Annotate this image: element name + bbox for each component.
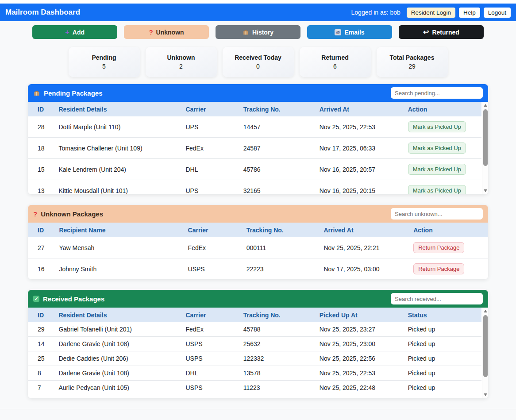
- scroll-up-arrow-icon[interactable]: [482, 102, 488, 108]
- cell-resident: Aurlie Pedycan (Unit 105): [55, 381, 182, 395]
- stat-card-returned: Returned 6: [300, 47, 371, 77]
- cell-resident: Dotti Marple (Unit 110): [55, 116, 182, 138]
- stat-label: Pending: [92, 54, 116, 61]
- received-packages-section: ✓ Received Packages ID Resident Details …: [28, 290, 488, 398]
- pending-table-viewport[interactable]: ID Resident Details Carrier Tracking No.…: [28, 102, 488, 194]
- email-icon: @: [335, 29, 341, 35]
- mark-picked-up-button[interactable]: Mark as Picked Up: [408, 185, 466, 194]
- cell-id: 25: [28, 351, 55, 366]
- pending-packages-section: Pending Packages ID Resident Details Car…: [28, 84, 488, 194]
- search-unknown-input[interactable]: [391, 208, 483, 220]
- col-id: ID: [28, 308, 55, 322]
- cell-carrier: USPS: [182, 351, 240, 366]
- stats-row: Pending 5 Unknown 2 Received Today 0 Ret…: [28, 47, 488, 77]
- logout-button[interactable]: Logout: [484, 8, 511, 18]
- mark-picked-up-button[interactable]: Mark as Picked Up: [408, 121, 466, 132]
- mark-picked-up-button[interactable]: Mark as Picked Up: [408, 143, 466, 154]
- cell-id: 18: [28, 138, 55, 159]
- unknown-table-viewport: ID Recipient Name Carrier Tracking No. A…: [28, 223, 488, 279]
- cell-id: 27: [28, 237, 55, 258]
- received-table-viewport[interactable]: ID Resident Details Carrier Tracking No.…: [28, 308, 488, 398]
- returned-button[interactable]: ↩ Returned: [399, 25, 484, 39]
- stat-card-pending: Pending 5: [69, 47, 140, 77]
- col-action: Action: [410, 223, 488, 237]
- resident-login-button[interactable]: Resident Login: [407, 8, 455, 18]
- cell-id: 16: [28, 258, 55, 280]
- stat-label: Received Today: [235, 54, 281, 61]
- return-package-button[interactable]: Return Package: [413, 242, 464, 253]
- stat-label: Total Packages: [390, 54, 435, 61]
- col-tracking: Tracking No.: [243, 223, 320, 237]
- scroll-down-arrow-icon[interactable]: [482, 392, 488, 398]
- stat-value: 29: [408, 63, 416, 70]
- unknown-table: ID Recipient Name Carrier Tracking No. A…: [28, 223, 488, 279]
- question-icon: ?: [149, 29, 153, 35]
- received-table: ID Resident Details Carrier Tracking No.…: [28, 308, 481, 395]
- col-resident: Resident Details: [55, 308, 182, 322]
- cell-arrived: Nov 25, 2025, 22:53: [316, 116, 404, 138]
- status-text: Picked up: [404, 366, 481, 381]
- scrollbar-thumb[interactable]: [483, 109, 488, 166]
- pending-section-title: Pending Packages: [33, 89, 103, 97]
- col-carrier: Carrier: [182, 102, 240, 116]
- col-action: Action: [404, 102, 481, 116]
- table-row: 14 Darlene Gravie (Unit 108) USPS 25632 …: [28, 337, 481, 351]
- cell-picked-up: Nov 25, 2025, 22:53: [316, 366, 404, 381]
- status-text: Picked up: [404, 351, 481, 366]
- pending-table-header: ID Resident Details Carrier Tracking No.…: [28, 102, 481, 116]
- status-text: Picked up: [404, 337, 481, 351]
- emails-button[interactable]: @ Emails: [307, 25, 392, 39]
- cell-id: 14: [28, 337, 55, 351]
- stat-label: Unknown: [167, 54, 195, 61]
- cell-resident: Darlene Gravie (Unit 108): [55, 366, 182, 381]
- pending-scrollbar[interactable]: [482, 102, 488, 194]
- unknown-button[interactable]: ? Unknown: [124, 25, 209, 39]
- cell-id: 15: [28, 159, 55, 180]
- scroll-up-arrow-icon[interactable]: [482, 308, 488, 314]
- received-scrollbar[interactable]: [482, 308, 488, 398]
- stat-card-total: Total Packages 29: [377, 47, 448, 77]
- add-button-label: Add: [73, 29, 85, 36]
- table-row: 7 Aurlie Pedycan (Unit 105) USPS 11223 N…: [28, 381, 481, 395]
- app-title: Mailroom Dashboard: [5, 8, 80, 17]
- scroll-down-arrow-icon[interactable]: [482, 188, 488, 194]
- stat-card-unknown: Unknown 2: [146, 47, 217, 77]
- footer: Mailroom Management System · WTAMU · CID…: [0, 409, 516, 420]
- add-button[interactable]: + Add: [32, 25, 117, 39]
- navbar: Mailroom Dashboard Logged in as: bob Res…: [0, 4, 516, 21]
- cell-resident: Gabriel Tofanelli (Unit 201): [55, 322, 182, 337]
- stat-value: 6: [333, 63, 337, 70]
- help-button[interactable]: Help: [459, 8, 480, 18]
- received-table-header: ID Resident Details Carrier Tracking No.…: [28, 308, 481, 322]
- logged-in-text: Logged in as: bob: [351, 9, 400, 16]
- stat-label: Returned: [321, 54, 348, 61]
- status-text: Picked up: [404, 322, 481, 337]
- col-arrived: Arrived At: [320, 223, 410, 237]
- stat-value: 0: [256, 63, 260, 70]
- check-icon: ✓: [33, 296, 39, 302]
- pending-table: ID Resident Details Carrier Tracking No.…: [28, 102, 481, 194]
- cell-id: 28: [28, 116, 55, 138]
- scrollbar-thumb[interactable]: [483, 315, 488, 377]
- col-status: Status: [404, 308, 481, 322]
- table-row: 8 Darlene Gravie (Unit 108) DHL 13578 No…: [28, 366, 481, 381]
- cell-arrived: Nov 16, 2025, 20:57: [316, 159, 404, 180]
- return-arrow-icon: ↩: [423, 29, 429, 36]
- cell-arrived: Nov 17, 2025, 03:00: [320, 258, 410, 280]
- table-row: 27 Yaw Mensah FedEx 000111 Nov 25, 2025,…: [28, 237, 488, 258]
- cell-carrier: FedEx: [182, 138, 240, 159]
- history-button[interactable]: History: [216, 25, 300, 39]
- cell-arrived: Nov 17, 2025, 06:33: [316, 138, 404, 159]
- question-icon: ?: [33, 211, 37, 217]
- search-received-input[interactable]: [391, 293, 483, 304]
- mark-picked-up-button[interactable]: Mark as Picked Up: [408, 164, 466, 175]
- cell-tracking: 13578: [240, 366, 316, 381]
- actions-row: + Add ? Unknown History @ Emails ↩ Retur…: [28, 25, 488, 39]
- return-package-button[interactable]: Return Package: [413, 263, 464, 274]
- unknown-section-header: ? Unknown Packages: [28, 205, 488, 223]
- table-row: 15 Kale Lendrem (Unit 204) DHL 45786 Nov…: [28, 159, 481, 180]
- search-pending-input[interactable]: [391, 87, 483, 99]
- cell-picked-up: Nov 25, 2025, 23:27: [316, 322, 404, 337]
- stat-value: 5: [102, 63, 106, 70]
- received-section-title: ✓ Received Packages: [33, 295, 104, 303]
